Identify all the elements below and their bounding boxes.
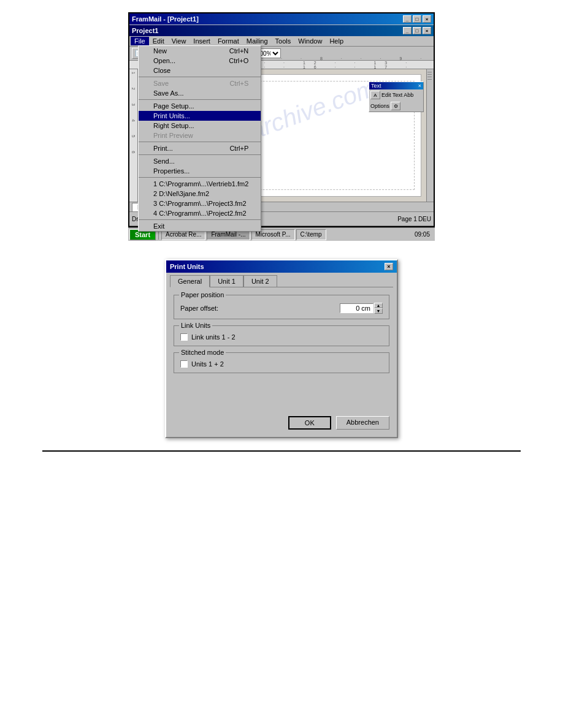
inner-title: Project1 [132,27,158,34]
menu-insert[interactable]: Insert [190,37,214,45]
menu-exit[interactable]: Exit [139,221,261,231]
menu-properties[interactable]: Properties... [139,166,261,176]
menu-format[interactable]: Format [214,37,243,45]
text-panel-row2: Options ⚙ [369,100,423,112]
menu-help[interactable]: Help [326,37,347,45]
menu-window[interactable]: Window [294,37,326,45]
side-panel-text: |||| [428,72,432,81]
text-panel-close[interactable]: × [418,83,421,89]
inner-titlebar-buttons: _ □ × [403,27,431,34]
cancel-button[interactable]: Abbrechen [336,416,389,430]
statusbar-lang: DEU [418,216,431,222]
page-divider [42,450,521,452]
text-panel-icon[interactable]: A [370,91,380,99]
inner-close-button[interactable]: × [423,27,431,34]
paper-position-label: Paper position [179,291,226,298]
link-units-label: Link Units [179,322,212,329]
taskbar-temp[interactable]: C:\temp [296,229,326,240]
inner-minimize-button[interactable]: _ [403,27,412,34]
minimize-button[interactable]: _ [403,15,412,23]
print-units-dialog: Print Units × General Unit 1 Unit 2 Pape… [165,259,398,438]
menu-save-as[interactable]: Save As... [139,88,261,98]
menu-save-label: Save [153,80,169,87]
menu-print-preview[interactable]: Print Preview [139,131,261,140]
link-units-checkbox-label: Link units 1 - 2 [191,333,236,341]
text-panel-titlebar: Text × [369,82,423,89]
paper-offset-row: Paper offset: ▲ ▼ [180,303,383,314]
menu-tools[interactable]: Tools [272,37,295,45]
menu-new[interactable]: New Ctrl+N [139,46,261,56]
dialog-tab-unit2[interactable]: Unit 2 [243,275,277,287]
dialog-spacer [174,379,389,404]
menu-right-setup[interactable]: Right Setup... [139,121,261,131]
text-panel-edit[interactable]: Edit Text [381,92,402,98]
paper-offset-spinner: ▲ ▼ [374,303,383,314]
menu-print-shortcut: Ctrl+P [229,145,248,152]
spinner-up[interactable]: ▲ [374,303,383,308]
link-units-checkbox[interactable] [180,333,188,341]
text-panel-options[interactable]: Options [370,103,389,109]
dialog-titlebar: Print Units × [166,260,397,273]
text-panel-title-label: Text [371,83,381,89]
stitched-mode-checkbox-label: Units 1 + 2 [191,360,224,368]
dialog-footer: OK Abbrechen [166,411,397,437]
menu-edit[interactable]: Edit [149,37,168,45]
menu-close[interactable]: Close [139,66,261,75]
stitched-mode-row: Units 1 + 2 [180,360,383,368]
paper-offset-input[interactable] [340,303,373,313]
menu-recent-4[interactable]: 4 C:\Programm\...\Project2.fm2 [139,208,261,218]
menu-view[interactable]: View [168,37,190,45]
link-units-group: Link Units Link units 1 - 2 [174,325,389,346]
app-titlebar: FramMail - [Project1] _ □ × [129,13,434,25]
menu-recent-2[interactable]: 2 D:\Nel\3jane.fm2 [139,189,261,199]
stitched-mode-group: Stitched mode Units 1 + 2 [174,352,389,373]
titlebar-buttons: _ □ × [403,15,431,23]
inner-maximize-button[interactable]: □ [413,27,421,34]
menu-print-label: Print... [153,145,173,152]
menu-recent-3[interactable]: 3 C:\Programm\...\Project3.fm2 [139,199,261,208]
app-title: FramMail - [Project1] [132,15,199,23]
paper-offset-label: Paper offset: [180,305,218,312]
maximize-button[interactable]: □ [413,15,421,23]
dialog-close-button[interactable]: × [385,263,393,270]
statusbar-page: Page 1 [397,216,417,222]
menu-new-label: New [153,47,167,55]
menu-open[interactable]: Open... Ctrl+O [139,56,261,66]
menu-print-units[interactable]: Print Units... [139,111,261,121]
menu-sep5 [139,177,261,178]
menu-sep6 [139,219,261,220]
menu-sep1 [139,77,261,77]
file-dropdown-menu: New Ctrl+N Open... Ctrl+O Close Save Ctr… [138,45,261,232]
text-panel-settings[interactable]: ⚙ [391,102,400,110]
menu-sep3 [139,142,261,142]
menu-save[interactable]: Save Ctrl+S [139,78,261,88]
menu-sep2 [139,99,261,100]
close-button[interactable]: × [423,15,431,23]
side-panel: |||| [426,69,434,202]
vertical-ruler: 1 2 3 4 5 6 [129,69,138,202]
inner-titlebar: Project1 _ □ × [129,25,434,36]
text-panel-abb[interactable]: Abb [404,92,413,98]
menu-open-shortcut: Ctrl+O [229,57,248,64]
stitched-mode-checkbox[interactable] [180,360,188,368]
paper-offset-input-group: ▲ ▼ [340,303,383,314]
dialog-title: Print Units [170,263,204,270]
menu-recent-1[interactable]: 1 C:\Programm\...\Vertrieb1.fm2 [139,179,261,189]
dialog-tab-unit1[interactable]: Unit 1 [210,275,243,287]
taskbar-clock: 09:05 [411,231,434,238]
dialog-area: Print Units × General Unit 1 Unit 2 Pape… [165,259,398,438]
menu-page-setup[interactable]: Page Setup... [139,101,261,111]
text-panel-row1: A Edit Text Abb [369,89,423,100]
menu-sep4 [139,154,261,155]
menu-open-label: Open... [153,57,175,64]
spinner-down[interactable]: ▼ [374,308,383,314]
menu-file[interactable]: File [131,37,149,45]
ok-button[interactable]: OK [288,416,331,430]
dialog-tab-general[interactable]: General [170,275,210,287]
menu-save-shortcut: Ctrl+S [229,80,248,87]
menu-mailing[interactable]: Mailing [243,37,272,45]
text-panel: Text × A Edit Text Abb Options ⚙ [369,82,424,112]
link-units-row: Link units 1 - 2 [180,333,383,341]
menu-send[interactable]: Send... [139,156,261,166]
menu-print[interactable]: Print... Ctrl+P [139,143,261,153]
